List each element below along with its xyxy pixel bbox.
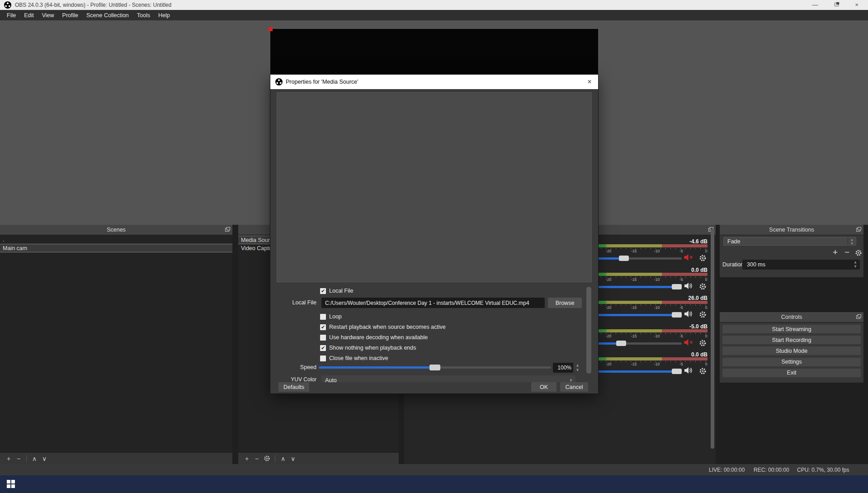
close-button[interactable]: × (853, 1, 861, 9)
move-scene-down-button[interactable]: ∨ (39, 453, 49, 464)
scene-item[interactable]: Main cam (0, 244, 232, 252)
popout-icon[interactable] (856, 228, 860, 232)
menu-item-file[interactable]: File (3, 11, 20, 20)
speed-slider-handle[interactable] (429, 365, 440, 370)
transitions-panel-title: Scene Transitions (769, 227, 814, 233)
volume-meter-yellow (606, 301, 662, 304)
close-file-when-inactive-checkbox[interactable] (320, 356, 326, 361)
checkbox-label: Restart playback when source becomes act… (329, 324, 446, 330)
exit-button[interactable]: Exit (722, 369, 861, 377)
yuv-color-range-select[interactable]: Auto ∧ (321, 375, 576, 382)
channel-settings-gear-icon[interactable] (699, 367, 707, 375)
source-properties-gear-icon[interactable] (264, 455, 270, 462)
popout-icon[interactable] (856, 315, 860, 319)
mute-speaker-icon[interactable]: × (684, 254, 695, 262)
channel-settings-gear-icon[interactable] (699, 311, 707, 318)
start-streaming-button[interactable]: Start Streaming (722, 325, 861, 333)
remove-source-button[interactable]: − (252, 453, 262, 464)
volume-slider-handle[interactable] (672, 284, 682, 289)
speed-slider-fill (319, 366, 437, 369)
ok-button[interactable]: OK (531, 382, 557, 392)
loop-checkbox-row[interactable]: Loop (320, 313, 342, 320)
dialog-scrollbar[interactable] (586, 287, 591, 374)
cancel-button[interactable]: Cancel (560, 382, 588, 392)
meter-tick-label: -15 (627, 334, 640, 338)
move-scene-up-button[interactable]: ∧ (29, 453, 39, 464)
remove-scene-button[interactable]: − (14, 453, 24, 464)
browse-button[interactable]: Browse (548, 298, 582, 308)
mixer-scrollbar[interactable] (711, 229, 714, 449)
spinner-arrows-icon[interactable]: ∧∨ (852, 260, 859, 270)
selection-handle[interactable] (269, 27, 273, 31)
use-hardware-decoding-when-available-checkbox[interactable] (320, 335, 326, 341)
channel-settings-gear-icon[interactable] (699, 283, 707, 290)
remove-transition-button[interactable]: − (844, 249, 849, 256)
channel-settings-gear-icon[interactable] (699, 339, 707, 347)
local-file-input[interactable] (321, 298, 545, 308)
show-nothing-when-playback-ends-checkbox[interactable]: ✔ (320, 345, 326, 351)
mute-speaker-icon[interactable]: × (684, 339, 695, 347)
local-file-checkbox[interactable]: ✔ (320, 288, 326, 294)
cpu-fps: CPU: 0.7%, 30.00 fps (797, 467, 849, 473)
chevron-updown-icon[interactable]: ∧∨ (848, 237, 856, 245)
scene-item[interactable]: . (0, 236, 232, 244)
menu-item-profile[interactable]: Profile (58, 11, 82, 20)
loop-checkbox[interactable] (320, 314, 326, 320)
speed-value[interactable]: 100% (553, 363, 573, 373)
add-source-button[interactable]: + (242, 453, 252, 464)
speed-label: Speed (279, 364, 316, 370)
restore-button[interactable] (832, 1, 840, 9)
transition-select[interactable]: Fade ∧∨ (723, 237, 856, 246)
minimize-button[interactable]: — (811, 1, 819, 9)
obs-logo-icon (275, 78, 283, 85)
checkbox-label: Use hardware decoding when available (329, 334, 428, 341)
meter-tick-label: -5 (675, 249, 688, 253)
volume-slider-handle[interactable] (619, 256, 629, 261)
transition-settings-gear-icon[interactable] (855, 249, 862, 256)
add-transition-button[interactable]: + (833, 249, 838, 256)
db-value: 0.0 dB (691, 267, 708, 273)
studio-mode-button[interactable]: Studio Mode (722, 346, 861, 355)
menu-item-edit[interactable]: Edit (20, 11, 38, 20)
menu-item-scene-collection[interactable]: Scene Collection (82, 11, 133, 20)
close-file-when-inactive-checkbox-row[interactable]: Close file when inactive (320, 355, 388, 362)
restart-playback-when-source-becomes-active-checkbox[interactable]: ✔ (320, 324, 326, 330)
local-file-checkbox-row[interactable]: ✔ Local File (320, 287, 354, 294)
duration-spinner[interactable]: 300 ms ∧∨ (742, 260, 860, 270)
start-recording-button[interactable]: Start Recording (722, 336, 861, 344)
checkbox-label: Show nothing when playback ends (329, 345, 416, 351)
add-scene-button[interactable]: + (4, 453, 14, 464)
show-nothing-when-playback-ends-checkbox-row[interactable]: ✔Show nothing when playback ends (320, 344, 416, 351)
menu-item-tools[interactable]: Tools (133, 11, 154, 20)
menu-item-help[interactable]: Help (154, 11, 174, 20)
volume-slider-handle[interactable] (672, 369, 682, 374)
speaker-icon[interactable] (684, 310, 695, 318)
start-button[interactable] (7, 480, 15, 488)
defaults-button[interactable]: Defaults (278, 382, 309, 392)
meter-tick-label: -10 (651, 277, 663, 282)
meter-tick-label: -15 (627, 277, 640, 282)
use-hardware-decoding-when-available-checkbox-row[interactable]: Use hardware decoding when available (320, 334, 428, 341)
volume-meter-red (662, 301, 708, 304)
volume-slider-handle[interactable] (672, 312, 682, 318)
channel-settings-gear-icon[interactable] (699, 254, 707, 262)
volume-slider-handle[interactable] (616, 341, 626, 346)
meter-tick-label: -10 (651, 305, 663, 310)
meter-tick-label: -10 (651, 362, 663, 366)
speed-spinner-arrows[interactable]: ∧∨ (574, 363, 581, 373)
volume-meter-red (662, 357, 708, 360)
meter-tick-label: -15 (627, 362, 640, 366)
popout-icon[interactable] (225, 228, 229, 232)
meter-tick-label: -15 (627, 305, 640, 310)
speaker-icon[interactable] (684, 367, 695, 375)
dialog-close-button[interactable]: × (585, 78, 594, 86)
speaker-icon[interactable] (684, 282, 695, 290)
settings-button[interactable]: Settings (722, 358, 861, 366)
meter-tick-label: -5 (675, 277, 688, 282)
restart-playback-when-source-becomes-active-checkbox-row[interactable]: ✔Restart playback when source becomes ac… (320, 323, 446, 331)
menu-item-view[interactable]: View (38, 11, 58, 20)
move-source-down-button[interactable]: ∨ (288, 453, 298, 464)
meter-tick-label: -20 (602, 277, 615, 282)
status-bar: LIVE: 00:00:00 REC: 00:00:00 CPU: 0.7%, … (0, 464, 868, 475)
move-source-up-button[interactable]: ∧ (278, 453, 288, 464)
